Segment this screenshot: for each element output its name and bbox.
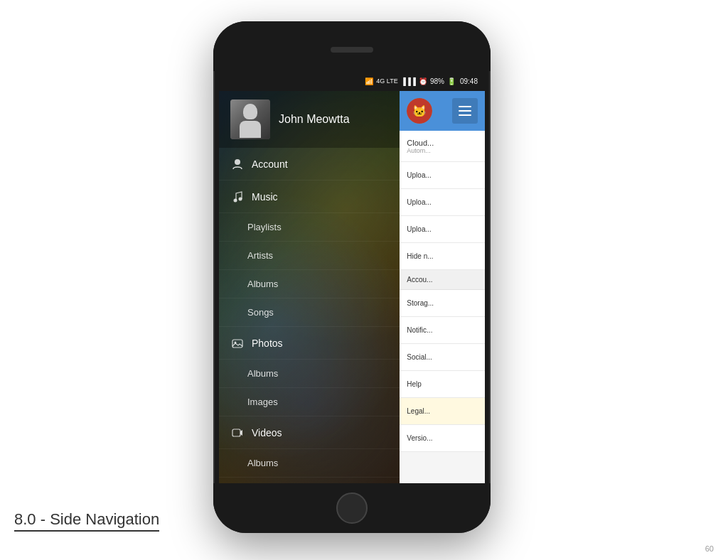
rp-item-hide[interactable]: Hide n... [400,243,485,270]
rp-item-help[interactable]: Help [400,371,485,398]
artists-label: Artists [247,250,273,261]
playlists-label: Playlists [247,222,282,232]
page-label: 8.0 - Side Navigation [14,510,159,532]
video-icon [230,426,245,440]
wifi-icon: 📶 [365,77,373,85]
albums-photos-label: Albums [247,368,278,379]
lte-indicator: 4G LTE [376,77,397,85]
time-display: 09:48 [460,77,478,85]
rp-item-cloud[interactable]: Cloud... Autom... [400,131,485,162]
rp-item-version[interactable]: Versio... [400,425,485,452]
rp-item-storage[interactable]: Storag... [400,290,485,317]
rp-item-upload2[interactable]: Uploa... [400,189,485,216]
right-panel: 🐱 Cloud... Autom... Uploa... [400,91,485,483]
person-icon [230,157,245,171]
svg-rect-5 [232,429,240,436]
phone-bottom-bezel [213,483,491,533]
nav-drawer: John Meowtta Account [219,91,400,483]
phone-speaker [331,47,373,53]
rp-item-upload1[interactable]: Uploa... [400,162,485,189]
phone-device: 📶 4G LTE ▐▐▐ ⏰ 98% 🔋 09:48 [213,21,491,533]
nav-sub-playlists[interactable]: Playlists [219,213,400,242]
home-button[interactable] [336,492,368,524]
nav-sub-albums-music[interactable]: Albums [219,270,400,298]
nav-sub-videos[interactable]: Videos [219,478,400,483]
avatar [230,99,270,139]
account-label: Account [252,158,288,170]
hamburger-button[interactable] [452,98,478,124]
albums-videos-label: Albums [247,458,278,468]
status-bar: 📶 4G LTE ▐▐▐ ⏰ 98% 🔋 09:48 [219,71,485,91]
battery-icon: 🔋 [447,77,456,85]
nav-item-music[interactable]: Music [219,181,400,213]
right-panel-thumb: 🐱 [407,98,432,124]
nav-items: Account Music [219,148,400,483]
nav-sub-albums-videos[interactable]: Albums [219,449,400,478]
svg-text:🐱: 🐱 [412,104,427,118]
rp-item-notifications[interactable]: Notific... [400,317,485,344]
svg-point-2 [239,197,242,200]
music-icon [230,190,245,204]
user-name: John Meowtta [279,113,350,126]
alarm-icon: ⏰ [419,77,427,85]
right-panel-header: 🐱 [400,91,485,131]
signal-icon: ▐▐▐ [401,77,416,85]
user-header: John Meowtta [219,91,400,148]
battery-level: 98% [430,77,444,85]
photo-icon [230,336,245,350]
svg-point-0 [235,159,240,165]
rp-item-social[interactable]: Social... [400,344,485,371]
rp-item-legal[interactable]: Legal... [400,398,485,425]
screen-content: John Meowtta Account [219,91,485,483]
nav-sub-images[interactable]: Images [219,388,400,416]
music-label: Music [252,191,278,203]
phone-screen: 📶 4G LTE ▐▐▐ ⏰ 98% 🔋 09:48 [219,71,485,483]
svg-point-1 [234,198,237,202]
nav-sub-albums-photos[interactable]: Albums [219,360,400,388]
page-number: 60 [705,544,714,553]
videos-label: Videos [252,427,282,438]
right-panel-items: Cloud... Autom... Uploa... Uploa... Uplo… [400,131,485,452]
images-label: Images [247,397,278,407]
rp-item-upload3[interactable]: Uploa... [400,216,485,243]
songs-label: Songs [247,307,274,318]
albums-music-label: Albums [247,279,278,289]
nav-sub-songs[interactable]: Songs [219,298,400,327]
nav-item-videos[interactable]: Videos [219,416,400,449]
nav-sub-artists[interactable]: Artists [219,242,400,270]
nav-item-account[interactable]: Account [219,148,400,181]
svg-rect-3 [232,340,242,348]
nav-item-photos[interactable]: Photos [219,327,400,360]
rp-section-account: Accou... [400,270,485,290]
photos-label: Photos [252,338,283,349]
phone-top-bezel [213,21,491,71]
